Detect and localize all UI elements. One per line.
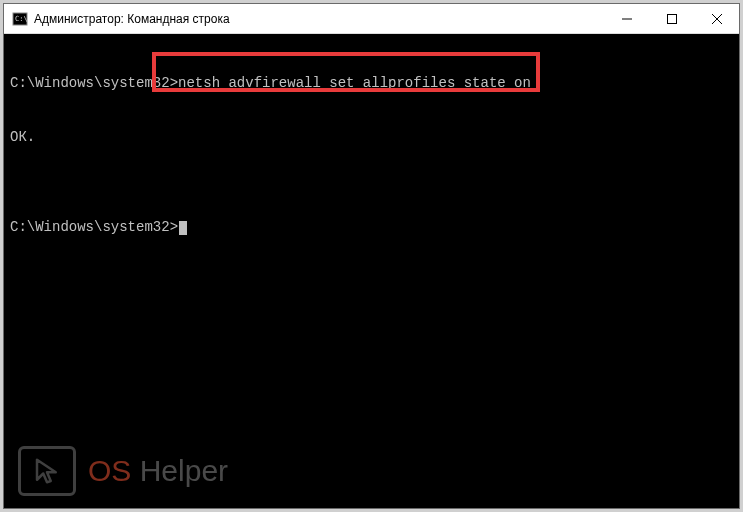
console-line-2: ОК. (10, 128, 733, 146)
console-area[interactable]: C:\Windows\system32>netsh advfirewall se… (4, 34, 739, 508)
minimize-button[interactable] (604, 4, 649, 33)
console-line-1: C:\Windows\system32>netsh advfirewall se… (10, 74, 733, 92)
titlebar[interactable]: C:\ Администратор: Командная строка (4, 4, 739, 34)
app-icon: C:\ (12, 11, 28, 27)
window-controls (604, 4, 739, 33)
close-button[interactable] (694, 4, 739, 33)
svg-rect-3 (667, 14, 676, 23)
cursor (179, 221, 187, 235)
maximize-button[interactable] (649, 4, 694, 33)
console-line-4: C:\Windows\system32> (10, 218, 733, 236)
svg-text:C:\: C:\ (15, 15, 28, 23)
command-text: netsh advfirewall set allprofiles state … (178, 75, 531, 91)
prompt: C:\Windows\system32> (10, 75, 178, 91)
prompt: C:\Windows\system32> (10, 219, 178, 235)
window-title: Администратор: Командная строка (34, 12, 604, 26)
cmd-window: C:\ Администратор: Командная строка C:\W… (3, 3, 740, 509)
